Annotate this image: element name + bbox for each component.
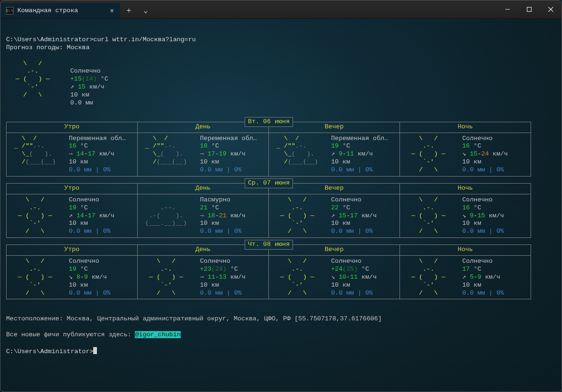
precip: 0.0 мм | 0% bbox=[331, 166, 373, 173]
period-night: Ночь bbox=[400, 183, 531, 194]
temp: 19 bbox=[69, 204, 76, 211]
weather-icon: \ / .-. ― ( ) ― `-' / \ bbox=[273, 258, 326, 297]
tab-title: Командная строка bbox=[17, 7, 78, 14]
forecast-header: Прогноз погоды: Москва bbox=[6, 44, 89, 51]
visibility: 10 км bbox=[200, 158, 219, 165]
precip: 0.0 мм bbox=[70, 99, 93, 106]
wind-unit: км/ч bbox=[227, 212, 246, 219]
forecast-cell: \ / .-. ― ( ) ― `-' / \Солнечно 19 °C ↗ … bbox=[7, 194, 137, 237]
temp: 16 bbox=[69, 142, 76, 149]
temp-unit: °C bbox=[339, 204, 350, 211]
wind-unit: км/ч bbox=[358, 212, 377, 219]
wind-unit: км/ч bbox=[227, 274, 246, 281]
wind-arrow: → bbox=[69, 150, 76, 157]
temp: 16 bbox=[462, 142, 470, 149]
temp-unit: °C bbox=[97, 75, 108, 82]
temp: +24 bbox=[331, 266, 342, 273]
weather-icon: \ / _ /"".-. \_( ). /(___(__) bbox=[273, 135, 326, 174]
temp-unit: °C bbox=[470, 266, 481, 273]
author-handle[interactable]: @igor_chubin bbox=[135, 331, 180, 338]
terminal-body[interactable]: C:\Users\Administrator>curl wttr.in/Моск… bbox=[0, 19, 562, 361]
period-night: Ночь bbox=[400, 122, 531, 133]
maximize-button[interactable] bbox=[518, 0, 540, 18]
temp-unit: °C bbox=[76, 204, 88, 211]
temp: 21 bbox=[200, 204, 207, 211]
temp-unit: °C bbox=[76, 142, 88, 149]
svg-rect-1 bbox=[527, 7, 532, 12]
temp-unit: °C bbox=[470, 142, 481, 149]
wind-arrow: → bbox=[200, 150, 207, 157]
temp-unit: °C bbox=[470, 204, 481, 211]
forecast-cell: \ / .-. ― ( ) ― `-' / \Солнечно +23(24) … bbox=[138, 256, 268, 299]
weather-icon: \ / .-. ― ( ) ― `-' / \ bbox=[404, 196, 458, 236]
wind-unit: км/ч bbox=[96, 150, 115, 157]
visibility: 10 км bbox=[69, 281, 88, 288]
condition: Солнечно bbox=[331, 196, 362, 203]
wind-arrow: ↗ bbox=[70, 83, 74, 90]
condition: Солнечно bbox=[331, 258, 362, 265]
day-table: Чт. 08 июняУтроДеньВечерНочь \ / .-. ― (… bbox=[6, 244, 532, 299]
forecast-cell: \ / _ /"".-. \_( ). /(___(__) Переменная… bbox=[7, 133, 137, 176]
condition: Солнечно bbox=[69, 196, 99, 203]
wind-unit: км/ч bbox=[96, 212, 115, 219]
temp: 18 bbox=[200, 142, 207, 149]
cursor bbox=[93, 347, 97, 354]
weather-icon: \ / .-. ― ( ) ― `-' / \ bbox=[404, 258, 458, 297]
date-label: Ср. 07 июня bbox=[244, 178, 293, 188]
wind-unit: км/ч bbox=[489, 150, 508, 157]
prompt-2: C:\Users\Administrator> bbox=[6, 348, 93, 355]
tab-active[interactable]: C:\ Командная строка ✕ bbox=[0, 3, 120, 18]
wind-arrow: ↗ bbox=[331, 212, 339, 219]
temp-unit: °C bbox=[227, 266, 238, 273]
wind-unit: км/ч bbox=[485, 212, 504, 219]
forecast-cell: \ / .-. ― ( ) ― `-' / \Солнечно +24(25) … bbox=[269, 256, 399, 299]
condition: Солнечно bbox=[462, 135, 493, 142]
tab-dropdown-icon[interactable]: ⌄ bbox=[137, 2, 154, 18]
weather-icon: \ / .-. ― ( ) ― `-' / \ bbox=[273, 196, 326, 236]
wind-arrow: ↘ bbox=[462, 150, 470, 157]
forecast-cell: \ / .-. ― ( ) ― `-' / \Солнечно 16 °C ↘ … bbox=[400, 133, 531, 176]
forecast-cell: \ / .-. ― ( ) ― `-' / \Солнечно 22 °C ↗ … bbox=[269, 194, 399, 237]
wind-arrow: → bbox=[200, 274, 207, 281]
forecast-cell: \ / .-. ― ( ) ― `-' / \Солнечно 16 °C ↘ … bbox=[400, 194, 531, 237]
condition: Солнечно bbox=[200, 258, 230, 265]
titlebar: C:\ Командная строка ✕ ＋ ⌄ bbox=[0, 0, 562, 19]
cmd-icon: C:\ bbox=[6, 7, 14, 15]
temp-unit: °C bbox=[358, 266, 369, 273]
visibility: 10 км bbox=[331, 220, 350, 227]
temp-unit: °C bbox=[339, 142, 350, 149]
visibility: 10 км bbox=[70, 91, 89, 98]
precip: 0.0 мм | 0% bbox=[200, 228, 242, 235]
new-tab-button[interactable]: ＋ bbox=[120, 2, 137, 18]
condition: Переменная обл… bbox=[200, 135, 257, 142]
close-button[interactable] bbox=[540, 0, 562, 18]
visibility: 10 км bbox=[69, 220, 88, 227]
temp: 17 bbox=[462, 266, 470, 273]
wind-unit: км/ч bbox=[354, 150, 373, 157]
news-prefix: Все новые фичи публикуются здесь: bbox=[6, 331, 135, 338]
condition: Пасмурно bbox=[200, 196, 230, 203]
minimize-button[interactable] bbox=[497, 0, 518, 18]
temp: 22 bbox=[331, 204, 339, 211]
date-label: Вт. 06 июня bbox=[244, 117, 293, 127]
visibility: 10 км bbox=[462, 220, 481, 227]
period-morning: Утро bbox=[7, 245, 138, 256]
temp-unit: °C bbox=[76, 266, 88, 273]
weather-icon: \ / .-. ― ( ) ― `-' / \ bbox=[10, 196, 64, 236]
precip: 0.0 мм | 0% bbox=[331, 228, 373, 235]
temp: +23 bbox=[200, 266, 211, 273]
forecast-cell: .--. .-( ). (___.__)__) Пасмурно 21 °C →… bbox=[138, 194, 268, 237]
wind-val: 15 bbox=[78, 83, 85, 90]
weather-icon: .--. .-( ). (___.__)__) bbox=[141, 196, 195, 236]
weather-icon: \ / .-. ― ( ) ― `-' / \ bbox=[404, 135, 458, 174]
forecast-cell: \ / .-. ― ( ) ― `-' / \Солнечно 17 °C ↗ … bbox=[400, 256, 531, 299]
wind-arrow: ↘ bbox=[69, 274, 76, 281]
wind-arrow: ↘ bbox=[462, 212, 470, 219]
tab-close-icon[interactable]: ✕ bbox=[110, 7, 114, 15]
wind-unit: км/ч bbox=[85, 83, 104, 90]
visibility: 10 км bbox=[69, 158, 88, 165]
date-label: Чт. 08 июня bbox=[244, 240, 293, 250]
weather-icon: \ / _ /"".-. \_( ). /(___(__) bbox=[141, 135, 195, 174]
precip: 0.0 мм | 0% bbox=[462, 166, 504, 173]
visibility: 10 км bbox=[331, 158, 350, 165]
